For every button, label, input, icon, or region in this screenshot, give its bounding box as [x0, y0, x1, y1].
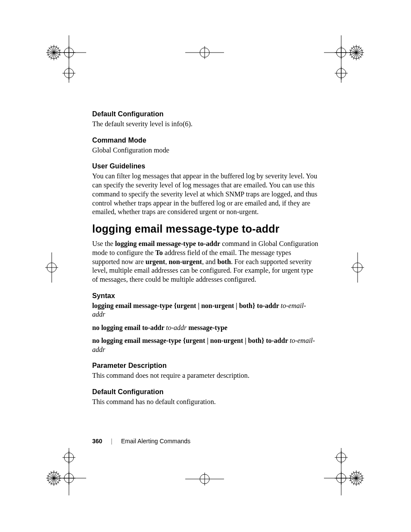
- intro-text: Use the: [92, 240, 115, 248]
- svg-line-71: [353, 471, 359, 485]
- crop-mark-mid-right: [345, 252, 371, 283]
- syntax-line-1: logging email message-type {urgent | non…: [92, 302, 318, 319]
- svg-line-49: [49, 473, 59, 483]
- svg-line-7: [51, 46, 57, 59]
- svg-point-41: [353, 263, 362, 272]
- svg-line-48: [49, 473, 59, 483]
- svg-line-8: [51, 46, 57, 59]
- svg-line-25: [351, 47, 361, 58]
- syntax-line-3: no logging email message-type {urgent | …: [92, 336, 318, 354]
- page: Default Configuration The default severi…: [0, 0, 411, 532]
- svg-line-68: [351, 473, 361, 483]
- intro-command-name: logging email message-type to-addr: [115, 240, 220, 248]
- chapter-name: Email Alerting Commands: [121, 438, 190, 445]
- svg-line-69: [351, 473, 361, 483]
- intro-nonurgent: non-urgent: [169, 258, 202, 266]
- crop-mark-top-right: [324, 35, 371, 83]
- page-number: 360: [92, 438, 102, 445]
- svg-line-5: [49, 47, 59, 58]
- crop-mark-bottom-center: [185, 470, 224, 489]
- svg-point-22: [350, 47, 362, 59]
- svg-point-2: [48, 47, 60, 59]
- text-default-configuration-1: The default severity level is info(6).: [92, 120, 318, 129]
- svg-line-10: [47, 50, 61, 55]
- svg-point-61: [200, 474, 209, 484]
- heading-user-guidelines: User Guidelines: [92, 162, 318, 170]
- svg-line-30: [349, 50, 363, 55]
- text-parameter-description: This command does not require a paramete…: [92, 371, 318, 380]
- svg-line-51: [51, 471, 57, 485]
- text-user-guidelines: You can filter log messages that appear …: [92, 172, 318, 217]
- svg-line-27: [353, 46, 359, 59]
- svg-point-34: [336, 68, 346, 78]
- svg-line-9: [47, 50, 61, 55]
- svg-point-77: [336, 453, 346, 462]
- intro-text: , and: [202, 258, 218, 266]
- crop-mark-bottom-right: [324, 448, 371, 495]
- svg-point-54: [64, 473, 74, 483]
- svg-line-52: [47, 476, 61, 481]
- svg-line-73: [349, 476, 363, 481]
- intro-text: ,: [165, 258, 168, 266]
- text-default-configuration-2: This command has no default configuratio…: [92, 398, 318, 407]
- svg-point-57: [64, 453, 74, 462]
- syntax-param: to-addr: [166, 324, 187, 331]
- svg-line-28: [353, 46, 359, 59]
- syntax-text: message-type: [187, 324, 227, 331]
- page-footer: 360 | Email Alerting Commands: [92, 438, 190, 445]
- syntax-text: no logging email to-addr: [92, 324, 166, 331]
- svg-point-65: [350, 472, 362, 484]
- section-title: logging email message-type to-addr: [92, 223, 318, 235]
- syntax-text: no logging email message-type {urgent | …: [92, 337, 290, 344]
- svg-line-53: [47, 476, 61, 481]
- svg-line-72: [349, 476, 363, 481]
- heading-command-mode: Command Mode: [92, 137, 318, 144]
- svg-line-26: [351, 47, 361, 58]
- crop-mark-top-center: [185, 43, 224, 62]
- svg-point-38: [47, 263, 56, 272]
- syntax-text: logging email message-type {urgent | non…: [92, 302, 281, 309]
- svg-point-31: [336, 48, 346, 57]
- page-content: Default Configuration The default severi…: [92, 110, 318, 414]
- syntax-line-2: no logging email to-addr to-addr message…: [92, 324, 318, 332]
- svg-point-14: [64, 68, 74, 78]
- intro-to-word: To: [156, 249, 163, 257]
- intro-urgent: urgent: [146, 258, 165, 266]
- crop-mark-top-left: [39, 35, 86, 83]
- svg-line-6: [49, 47, 59, 58]
- text-command-mode: Global Configuration mode: [92, 146, 318, 155]
- crop-mark-mid-left: [39, 252, 65, 283]
- intro-paragraph: Use the logging email message-type to-ad…: [92, 240, 318, 284]
- heading-default-configuration-2: Default Configuration: [92, 388, 318, 396]
- svg-point-45: [48, 472, 60, 484]
- heading-default-configuration-1: Default Configuration: [92, 110, 318, 118]
- svg-point-11: [64, 48, 74, 57]
- crop-mark-bottom-left: [39, 448, 86, 495]
- heading-syntax: Syntax: [92, 292, 318, 300]
- svg-line-50: [51, 471, 57, 485]
- footer-divider: |: [111, 438, 112, 445]
- intro-both: both: [217, 258, 231, 266]
- svg-line-29: [349, 50, 363, 55]
- svg-point-74: [336, 473, 346, 483]
- svg-point-18: [200, 48, 209, 57]
- svg-line-70: [353, 471, 359, 485]
- heading-parameter-description: Parameter Description: [92, 362, 318, 370]
